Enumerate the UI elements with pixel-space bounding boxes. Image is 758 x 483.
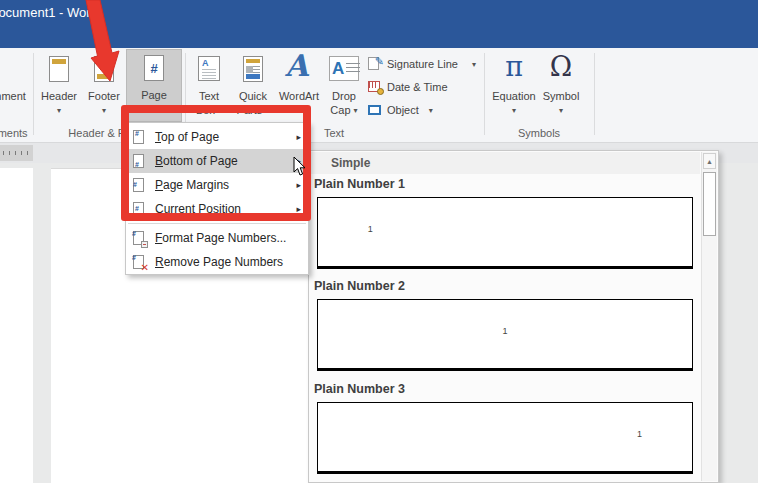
- page-number-icon: #: [144, 55, 164, 81]
- gallery-section-header: Simple: [310, 152, 700, 174]
- chevron-down-icon: ▾: [57, 106, 61, 115]
- footer-label: Footer: [84, 90, 124, 102]
- signature-line-button[interactable]: ✎ Signature Line ▾: [368, 54, 476, 74]
- gallery-item-preview: 1: [317, 299, 693, 371]
- group-separator: [484, 53, 485, 135]
- equation-pi-icon: π: [505, 52, 523, 82]
- date-time-button[interactable]: Date & Time: [368, 77, 448, 97]
- header-label: Header: [36, 90, 82, 102]
- drop-cap-icon: A: [329, 56, 359, 81]
- date-time-label: Date & Time: [387, 81, 448, 93]
- gallery-item-preview: 1: [317, 197, 693, 269]
- drop-cap-label-1: Drop: [324, 90, 364, 102]
- ruler-ticks: [0, 145, 33, 161]
- preview-page-number: 1: [502, 326, 507, 336]
- mouse-cursor: [293, 156, 307, 177]
- chevron-down-icon: ▾: [354, 106, 358, 115]
- chevron-down-icon: ▾: [429, 106, 433, 115]
- remove-page-numbers-icon: #✕: [132, 254, 146, 270]
- menu-separator: [128, 223, 306, 224]
- object-label: Object: [387, 104, 419, 116]
- vertical-ruler: [0, 168, 33, 483]
- page-number-gallery: Simple Plain Number 1 1 Plain Number 2 1…: [308, 150, 719, 483]
- annotation-red-arrow: [70, 0, 125, 85]
- gallery-item-preview: 1: [317, 402, 693, 474]
- wordart-label: WordArt: [276, 90, 322, 102]
- chevron-down-icon: ▾: [559, 106, 563, 115]
- menu-item-remove-page-numbers[interactable]: #✕ Remove Page Numbers: [126, 250, 308, 274]
- symbol-omega-icon: Ω: [550, 52, 572, 82]
- group-separator: [33, 53, 34, 135]
- format-page-numbers-icon: #: [132, 230, 146, 246]
- menu-item-format-page-numbers[interactable]: # Format Page Numbers...: [126, 226, 308, 250]
- equation-button[interactable]: π Equation ▾: [490, 50, 538, 134]
- object-icon: [368, 103, 382, 117]
- group-label-symbols: Symbols: [484, 127, 594, 139]
- text-box-icon: A: [198, 56, 220, 81]
- annotation-red-rectangle: [121, 105, 311, 221]
- comment-label: Comment: [0, 90, 30, 102]
- text-box-label-1: Text: [188, 90, 230, 102]
- signature-line-label: Signature Line: [387, 58, 458, 70]
- chevron-down-icon: ▾: [472, 60, 476, 69]
- chevron-down-icon: ▾: [512, 106, 516, 115]
- quick-parts-label-1: Quick: [232, 90, 274, 102]
- equation-label: Equation: [490, 90, 538, 102]
- drop-cap-label-2: Cap: [330, 104, 350, 116]
- word-window: Document1 - Word Comment Comments Header…: [0, 0, 758, 483]
- scroll-up-button[interactable]: ▲: [703, 153, 716, 169]
- chevron-down-icon: ▾: [102, 106, 106, 115]
- date-time-icon: [368, 80, 382, 94]
- scrollbar-thumb[interactable]: [703, 172, 716, 236]
- gallery-item-label: Plain Number 2: [314, 279, 405, 293]
- group-label-comments: Comments: [0, 127, 32, 139]
- signature-line-icon: ✎: [368, 57, 382, 71]
- drop-cap-button[interactable]: A Drop Cap ▾: [324, 50, 364, 134]
- quick-parts-icon: [243, 56, 263, 82]
- preview-page-number: 1: [368, 224, 373, 234]
- comment-button[interactable]: Comment: [0, 50, 30, 134]
- symbol-button[interactable]: Ω Symbol ▾: [540, 50, 582, 134]
- wordart-icon: A: [284, 50, 314, 82]
- gallery-scrollbar[interactable]: ▲: [701, 152, 717, 481]
- page-number-label-1: Page: [127, 89, 181, 101]
- header-icon: [49, 56, 69, 82]
- preview-page-number: 1: [637, 429, 642, 439]
- scroll-up-icon: ▲: [706, 158, 713, 165]
- symbol-label: Symbol: [540, 90, 582, 102]
- group-separator: [594, 53, 595, 135]
- object-button[interactable]: Object ▾: [368, 100, 433, 120]
- gallery-item-label: Plain Number 1: [314, 177, 405, 191]
- gallery-item-label: Plain Number 3: [314, 382, 405, 396]
